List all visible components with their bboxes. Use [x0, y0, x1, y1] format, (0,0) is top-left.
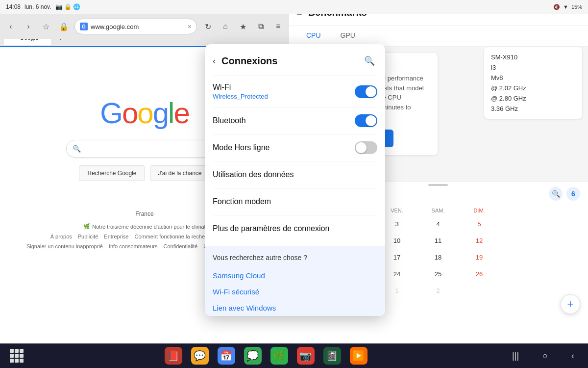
drag-handle — [428, 184, 448, 186]
device-v2: Mv8 — [491, 74, 503, 81]
status-left: 14:08 lun. 6 nov. 📷 🔒 🌐 — [6, 3, 80, 10]
nav-apps: 📕 💬 📅 💭 🌿 📷 📓 ▶️ — [165, 347, 368, 365]
calendar-app-icon[interactable]: 📅 — [218, 347, 235, 365]
footer-pub[interactable]: Publicité — [78, 234, 98, 239]
panel-search-button[interactable]: 🔍 — [362, 53, 377, 69]
climate-text: Notre troisième décennie d'action pour l… — [92, 224, 205, 230]
wifi-row[interactable]: Wi-Fi Wireless_Protected — [205, 76, 385, 107]
pocket-app-icon[interactable]: 📕 — [165, 347, 182, 365]
mode-hors-ligne-toggle[interactable] — [355, 141, 377, 154]
cal-day-12[interactable]: 12 — [471, 233, 487, 248]
cal-day-17[interactable]: 17 — [389, 249, 405, 265]
home-system-button[interactable]: ○ — [539, 349, 552, 363]
footer-enterprise[interactable]: Entreprise — [104, 234, 128, 239]
panel-header: ‹ Connexions 🔍 — [205, 44, 385, 76]
apps-grid-icon[interactable] — [10, 349, 24, 363]
clear-button[interactable]: × — [188, 23, 192, 30]
status-bar: 14:08 lun. 6 nov. 📷 🔒 🌐 🔇 ▼ 15% — [0, 0, 588, 14]
chance-button[interactable]: J'ai de la chance — [150, 165, 210, 181]
device-v1: i3 — [491, 64, 496, 71]
back-button[interactable]: ‹ — [4, 20, 18, 33]
search-buttons: Recherche Google J'ai de la chance — [79, 165, 210, 181]
suggestions-section: Vous recherchez autre chose ? Samsung Cl… — [205, 246, 385, 316]
google-logo: Google — [100, 96, 189, 130]
google-search-box[interactable]: 🔍 — [66, 140, 223, 158]
tab-cpu[interactable]: CPU — [296, 26, 331, 46]
cal-day-18[interactable]: 18 — [430, 249, 446, 265]
notes-app-icon[interactable]: 📓 — [323, 347, 341, 365]
cal-day-31-placeholder[interactable]: 1 — [389, 283, 405, 298]
fonction-modem-row[interactable]: Fonction modem — [205, 188, 385, 215]
cal-day-25[interactable]: 25 — [430, 266, 446, 282]
mode-name: Mode Hors ligne — [213, 143, 355, 152]
bluetooth-info: Bluetooth — [213, 116, 355, 125]
tab-switcher-button[interactable]: ⧉ — [254, 20, 268, 33]
cal-day-19[interactable]: 19 — [471, 249, 487, 265]
play-app-icon[interactable]: ▶️ — [350, 347, 368, 365]
volume-icon: 🔇 — [553, 4, 560, 10]
cal-day-4[interactable]: 4 — [430, 216, 446, 232]
utilisation-donnees-row[interactable]: Utilisation des données — [205, 161, 385, 188]
apps-grid-button[interactable] — [10, 349, 24, 363]
lock-icon: 🔒 — [57, 20, 71, 33]
footer-report[interactable]: Signaler un contenu inapproprié — [26, 243, 103, 249]
cal-date-6-button[interactable]: 6 — [566, 187, 580, 201]
plus-parametres-row[interactable]: Plus de paramètres de connexion — [205, 215, 385, 242]
footer-consumer[interactable]: Info consommateurs — [109, 243, 158, 249]
footer-country: France — [135, 210, 153, 217]
home-button[interactable]: ⌂ — [219, 20, 232, 33]
footer-about[interactable]: À propos — [50, 234, 72, 239]
url-text: www.google.com — [91, 23, 188, 30]
nav-bar: 📕 💬 📅 💭 🌿 📷 📓 ▶️ ||| ○ ‹ — [0, 343, 588, 368]
address-bar[interactable]: G www.google.com × — [74, 19, 197, 34]
device-freq2: @ 2.80 GHz — [491, 95, 526, 102]
bluetooth-row[interactable]: Bluetooth — [205, 107, 385, 134]
cal-day-24[interactable]: 24 — [389, 266, 405, 282]
panel-back-button[interactable]: ‹ — [213, 56, 216, 66]
bookmark-button[interactable]: ☆ — [39, 20, 53, 33]
date: lun. 6 nov. — [24, 3, 51, 10]
chat-app-icon[interactable]: 💬 — [191, 347, 209, 365]
mode-hors-ligne-row[interactable]: Mode Hors ligne — [205, 134, 385, 161]
forward-button[interactable]: › — [22, 20, 35, 33]
col-dim: DIM. — [459, 208, 500, 213]
add-event-button[interactable]: + — [561, 294, 580, 314]
tab-gpu[interactable]: GPU — [331, 26, 365, 46]
status-right: 🔇 ▼ 15% — [553, 4, 582, 10]
nav-system-buttons: ||| ○ ‹ — [508, 349, 578, 363]
google-favicon: G — [80, 23, 88, 30]
recherche-button[interactable]: Recherche Google — [79, 165, 145, 181]
back-system-button[interactable]: ‹ — [567, 349, 578, 363]
time: 14:08 — [6, 3, 21, 10]
device-info-card: SM-X910 i3 Mv8 @ 2.02 GHz @ 2.80 GHz 3.3… — [484, 47, 582, 119]
search-icon: 🔍 — [73, 145, 81, 153]
wifi-secure-link[interactable]: Wi-Fi sécurisé — [213, 284, 377, 300]
device-freq1: @ 2.02 GHz — [491, 84, 526, 92]
wifi-info: Wi-Fi Wireless_Protected — [213, 83, 355, 100]
climate-notice: 🌿 Notre troisième décennie d'action pour… — [83, 223, 205, 230]
device-model: SM-X910 — [491, 52, 575, 62]
camera-app-icon[interactable]: 📷 — [297, 347, 315, 365]
refresh-button[interactable]: ↻ — [201, 20, 215, 33]
cal-day-10[interactable]: 10 — [389, 233, 405, 248]
footer-privacy[interactable]: Confidentialité — [164, 243, 198, 249]
feedly-app-icon[interactable]: 🌿 — [270, 347, 288, 365]
bluetooth-toggle[interactable] — [355, 114, 377, 127]
recent-apps-button[interactable]: ||| — [508, 349, 523, 363]
mode-info: Mode Hors ligne — [213, 143, 355, 152]
connexions-panel: ‹ Connexions 🔍 Wi-Fi Wireless_Protected … — [205, 44, 385, 316]
menu-button[interactable]: ≡ — [271, 20, 285, 33]
cal-day-5[interactable]: 5 — [471, 216, 487, 232]
messages-app-icon[interactable]: 💭 — [244, 347, 262, 365]
cal-day-3[interactable]: 3 — [389, 216, 405, 232]
notification-icons: 📷 🔒 🌐 — [55, 3, 81, 10]
wifi-icon: ▼ — [563, 4, 568, 10]
star-button[interactable]: ★ — [236, 20, 250, 33]
cal-day-11[interactable]: 11 — [430, 233, 446, 248]
cal-search-button[interactable]: 🔍 — [549, 187, 563, 201]
wifi-toggle[interactable] — [355, 85, 377, 98]
cal-day-26[interactable]: 26 — [471, 266, 487, 282]
cal-day-32-placeholder[interactable]: 2 — [430, 283, 446, 298]
samsung-cloud-link[interactable]: Samsung Cloud — [213, 267, 377, 284]
lien-windows-link[interactable]: Lien avec Windows — [213, 300, 377, 316]
